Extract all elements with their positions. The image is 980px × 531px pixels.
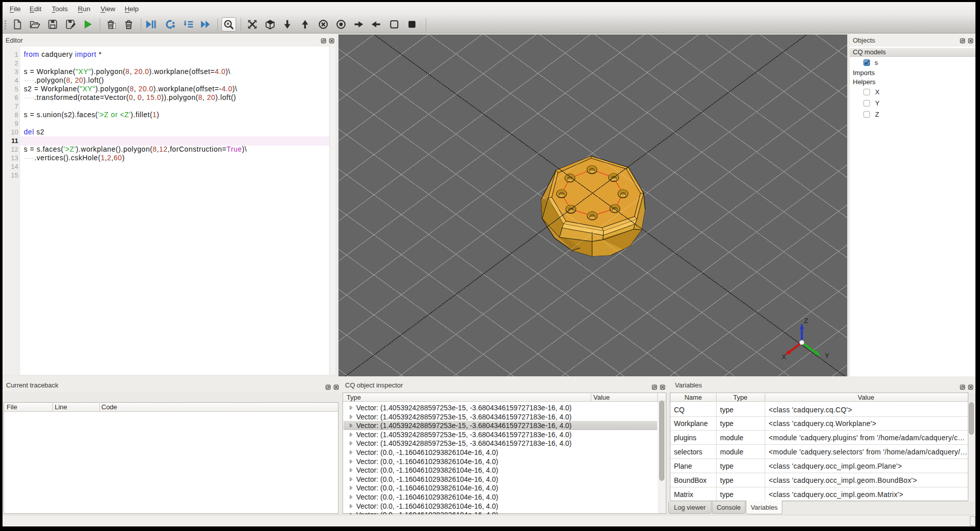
svg-text:Z: Z (804, 317, 808, 325)
svg-text:Y: Y (824, 352, 829, 360)
svg-text:X: X (781, 353, 786, 361)
